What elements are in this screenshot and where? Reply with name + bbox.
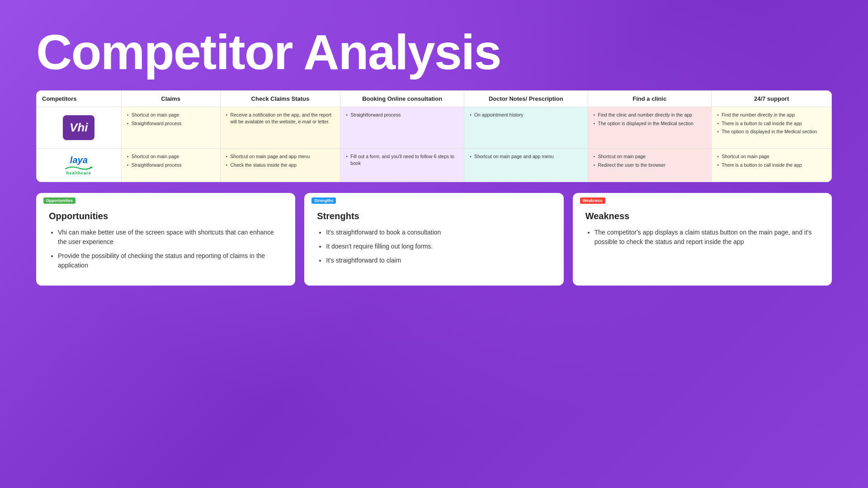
list-item: Vhi can make better use of the screen sp… [58,228,283,247]
list-item: Find the number directly in the app [717,112,826,118]
list-item: Find the clinic and number directly in t… [594,112,706,118]
bottom-card-opportunities: OpportunitiesOpportunitiesVhi can make b… [36,193,295,286]
claims-cell: Shortcut on main pageStraightforward pro… [121,107,220,149]
list-item: Shortcut on main page [594,153,706,160]
list-item: Shortcut on main page and app menu [226,153,335,160]
list-item: Straightforward process [127,120,215,127]
doctor-cell: On appointment history [464,107,588,149]
header-competitors: Competitors [37,91,122,107]
header-clinic: Find a clinic [588,91,712,107]
laya-logo: laya healthcare [42,155,116,175]
bottom-cards-row: OpportunitiesOpportunitiesVhi can make b… [36,193,832,286]
list-item: Provide the possibility of checking the … [58,251,283,270]
header-booking: Booking Online consultation [340,91,464,107]
header-doctor: Doctor Notes/ Prescription [464,91,588,107]
table-header-row: Competitors Claims Check Claims Status B… [37,91,832,107]
list-item: The option is displayed in the Medical s… [717,128,826,135]
card-title: Opportunities [49,211,283,221]
laya-wave-icon [65,165,92,171]
list-item: It's straightforward to book a consultat… [326,228,551,237]
page-content: Competitor Analysis Competitors Claims C… [0,0,868,304]
competitor-cell-vhi: Vhi [37,107,122,149]
list-item: Straightforward process [346,112,458,118]
list-item: It's straightforward to claim [326,256,551,265]
list-item: There is a button to call inside the app [717,120,826,127]
list-item: The option is displayed in the Medical s… [594,120,706,127]
bottom-card-weakness: WeaknessWeaknessThe competitor's app dis… [573,193,832,286]
laya-name: laya [70,155,88,165]
card-tag-strengths: Strengths [311,197,336,204]
doctor-cell: Shortcut on main page and app menu [464,149,588,182]
header-claims: Claims [121,91,220,107]
clinic-cell: Find the clinic and number directly in t… [588,107,712,149]
table-row: VhiShortcut on main pageStraightforward … [37,107,832,149]
card-list: Vhi can make better use of the screen sp… [49,228,283,270]
list-item: Shortcut on main page [127,153,215,160]
vhi-logo: Vhi [63,115,94,140]
support-cell: Shortcut on main pageThere is a button t… [712,149,832,182]
header-check: Check Claims Status [220,91,340,107]
list-item: Straightforward process [127,162,215,169]
list-item: Shortcut on main page [127,112,215,118]
booking-cell: Fill out a form, and you'll need to foll… [340,149,464,182]
support-cell: Find the number directly in the appThere… [712,107,832,149]
claims-cell: Shortcut on main pageStraightforward pro… [121,149,220,182]
list-item: Check the status inside the app [226,162,335,169]
card-tag-opportunities: Opportunities [43,197,75,204]
card-list: It's straightforward to book a consultat… [317,228,551,265]
comparison-table-card: Competitors Claims Check Claims Status B… [36,90,832,182]
page-title: Competitor Analysis [36,27,832,77]
list-item: Shortcut on main page and app menu [470,153,582,160]
laya-subtitle: healthcare [66,171,91,175]
list-item: Fill out a form, and you'll need to foll… [346,153,458,166]
list-item: Redirect the user to the browser [594,162,706,169]
list-item: Shortcut on main page [717,153,826,160]
card-list: The competitor's app displays a claim st… [585,228,819,247]
list-item: Receive a notification on the app, and t… [226,112,335,125]
card-tag-weakness: Weakness [580,197,605,204]
list-item: It doesn't require filling out long form… [326,242,551,251]
card-title: Weakness [585,211,819,221]
list-item: There is a button to call inside the app [717,162,826,169]
clinic-cell: Shortcut on main pageRedirect the user t… [588,149,712,182]
list-item: On appointment history [470,112,582,118]
check-claims-cell: Receive a notification on the app, and t… [220,107,340,149]
check-claims-cell: Shortcut on main page and app menuCheck … [220,149,340,182]
competitor-cell-laya: laya healthcare [37,149,122,182]
bottom-card-strengths: StrengthsStrenghtsIt's straightforward t… [304,193,563,286]
table-row: laya healthcare Shortcut on main pageStr… [37,149,832,182]
header-support: 24/7 support [712,91,832,107]
list-item: The competitor's app displays a claim st… [594,228,819,247]
card-title: Strenghts [317,211,551,221]
booking-cell: Straightforward process [340,107,464,149]
comparison-table: Competitors Claims Check Claims Status B… [36,90,832,182]
